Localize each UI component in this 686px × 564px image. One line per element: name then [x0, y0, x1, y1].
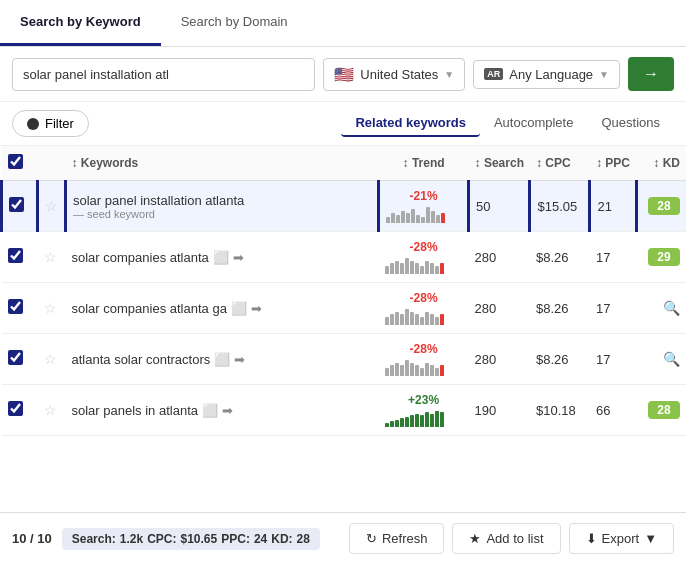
keyword-text-block: solar companies atlanta ga [72, 301, 227, 316]
trend-pct: +23% [385, 393, 463, 407]
keyword-text-block: solar companies atlanta [72, 250, 209, 265]
row-checkbox[interactable] [8, 401, 23, 416]
language-select[interactable]: AR Any Language ▼ [473, 60, 620, 89]
bar-4 [405, 417, 409, 427]
export-button[interactable]: ⬇ Export ▼ [569, 523, 674, 554]
th-trend[interactable]: ↕ Trend [379, 146, 469, 181]
bar-9 [430, 263, 434, 274]
bar-0 [385, 317, 389, 325]
select-all-checkbox[interactable] [8, 154, 23, 169]
tab-keyword[interactable]: Search by Keyword [0, 0, 161, 46]
copy-icon[interactable]: ⬜ [231, 301, 247, 316]
bar-9 [431, 211, 435, 223]
copy-icon[interactable]: ⬜ [213, 250, 229, 265]
row-star-cell: ☆ [38, 283, 66, 334]
bar-0 [386, 217, 390, 223]
bar-1 [391, 213, 395, 223]
trend-pct: -28% [385, 291, 463, 305]
filter-tabs: Related keywords Autocomplete Questions [341, 110, 674, 137]
filter-button[interactable]: Filter [12, 110, 89, 137]
bar-5 [410, 363, 414, 376]
keyword-name: solar panel installation atlanta [73, 193, 244, 208]
arrow-icon[interactable]: ➡ [233, 250, 244, 265]
arrow-icon[interactable]: ➡ [251, 301, 262, 316]
keyword-name: solar companies atlanta ga [72, 301, 227, 316]
bar-8 [425, 363, 429, 376]
add-to-list-button[interactable]: ★ Add to list [452, 523, 560, 554]
footer-left: 10 / 10 Search: 1.2k CPC: $10.65 PPC: 24… [12, 528, 320, 550]
export-icon: ⬇ [586, 531, 597, 546]
arrow-icon[interactable]: ➡ [234, 352, 245, 367]
star-add-icon: ★ [469, 531, 481, 546]
row-ppc-cell: 17 [590, 334, 636, 385]
stats-kd-label: KD: [271, 532, 292, 546]
row-checkbox[interactable] [8, 248, 23, 263]
bar-4 [406, 213, 410, 223]
th-search[interactable]: ↕ Search [469, 146, 530, 181]
copy-icon[interactable]: ⬜ [202, 403, 218, 418]
bar-8 [425, 412, 429, 427]
row-search-cell: 280 [469, 232, 530, 283]
row-checkbox[interactable] [8, 350, 23, 365]
tab-questions[interactable]: Questions [587, 110, 674, 137]
copy-icon[interactable]: ⬜ [214, 352, 230, 367]
keyword-row-inner: solar companies atlanta ga ⬜ ➡ [72, 301, 373, 316]
bar-3 [400, 418, 404, 427]
row-keyword-cell: solar panel installation atlanta — seed … [66, 181, 379, 232]
th-kd[interactable]: ↕ KD [636, 146, 686, 181]
row-checkbox[interactable] [9, 197, 24, 212]
bar-6 [415, 314, 419, 325]
refresh-button[interactable]: ↻ Refresh [349, 523, 445, 554]
row-search-cell: 190 [469, 385, 530, 436]
country-dropdown-arrow: ▼ [444, 69, 454, 80]
star-icon[interactable]: ☆ [44, 351, 57, 367]
row-checkbox[interactable] [8, 299, 23, 314]
arrow-icon[interactable]: ➡ [222, 403, 233, 418]
bar-6 [416, 215, 420, 223]
bar-1 [390, 421, 394, 427]
bar-10 [436, 215, 440, 223]
bar-2 [395, 312, 399, 325]
keyword-text-block: solar panel installation atlanta — seed … [73, 193, 244, 220]
tab-domain[interactable]: Search by Domain [161, 0, 308, 46]
keyword-name: atlanta solar contractors [72, 352, 211, 367]
row-search-cell: 50 [469, 181, 530, 232]
bar-0 [385, 368, 389, 376]
star-icon[interactable]: ☆ [45, 198, 58, 214]
row-check-cell [2, 181, 38, 232]
search-button[interactable]: → [628, 57, 674, 91]
table-row: ☆ solar companies atlanta ga ⬜ ➡ -28% 28… [2, 283, 687, 334]
th-keywords[interactable]: ↕ Keywords [66, 146, 379, 181]
bar-10 [435, 411, 439, 427]
star-icon[interactable]: ☆ [44, 300, 57, 316]
keyword-name: solar companies atlanta [72, 250, 209, 265]
bar-11 [441, 213, 445, 223]
seed-label: — seed keyword [73, 208, 244, 220]
bar-8 [425, 261, 429, 274]
th-check [2, 146, 38, 181]
bar-8 [425, 312, 429, 325]
keyword-input[interactable] [12, 58, 315, 91]
tab-autocomplete[interactable]: Autocomplete [480, 110, 588, 137]
refresh-label: Refresh [382, 531, 428, 546]
row-trend-cell: -28% [379, 232, 469, 283]
row-check-cell [2, 232, 38, 283]
bar-10 [435, 317, 439, 325]
row-kd-cell: 28 [636, 181, 686, 232]
bar-7 [420, 317, 424, 325]
country-select[interactable]: 🇺🇸 United States ▼ [323, 58, 465, 91]
bar-2 [395, 363, 399, 376]
bar-9 [430, 365, 434, 376]
bar-4 [405, 309, 409, 325]
star-icon[interactable]: ☆ [44, 249, 57, 265]
th-cpc[interactable]: ↕ CPC [530, 146, 590, 181]
row-trend-cell: -28% [379, 334, 469, 385]
tab-related-keywords[interactable]: Related keywords [341, 110, 480, 137]
th-ppc[interactable]: ↕ PPC [590, 146, 636, 181]
bar-0 [385, 423, 389, 427]
stats-cpc-val: $10.65 [181, 532, 218, 546]
table-row: ☆ atlanta solar contractors ⬜ ➡ -28% 280 [2, 334, 687, 385]
bar-6 [415, 263, 419, 274]
star-icon[interactable]: ☆ [44, 402, 57, 418]
footer-actions: ↻ Refresh ★ Add to list ⬇ Export ▼ [349, 523, 674, 554]
